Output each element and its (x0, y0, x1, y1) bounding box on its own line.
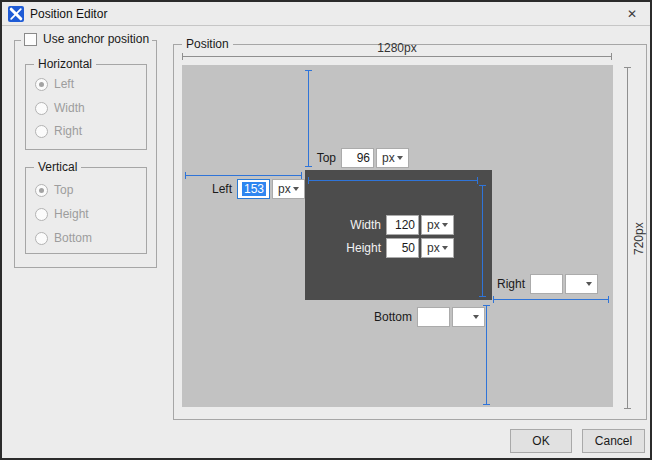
right-input[interactable] (530, 274, 563, 294)
left-measure-line (185, 175, 302, 176)
radio-top-circle[interactable] (35, 184, 48, 197)
width-input[interactable]: 120 (386, 215, 419, 235)
left-unit-text: px (278, 182, 291, 196)
height-unit-text: px (427, 241, 440, 255)
radio-width-circle[interactable] (35, 102, 48, 115)
top-input[interactable]: 96 (341, 148, 374, 168)
right-measure-line (493, 299, 609, 300)
canvas-height-measure-line (627, 67, 628, 409)
left-input-selected-text: 153 (242, 182, 266, 196)
left-unit-select[interactable]: px (272, 179, 305, 199)
vertical-group-label: Vertical (34, 160, 81, 174)
right-unit-select[interactable] (565, 274, 598, 294)
position-editor-dialog: Position Editor ✕ Use anchor position Ho… (0, 0, 652, 460)
right-field-label: Right (463, 277, 525, 291)
bottom-unit-select[interactable] (452, 307, 485, 327)
top-field-label: Top (274, 151, 336, 165)
radio-height-circle[interactable] (35, 208, 48, 221)
chevron-down-icon (586, 282, 592, 286)
radio-bottom[interactable]: Bottom (35, 231, 92, 245)
top-unit-select[interactable]: px (376, 148, 409, 168)
titlebar: Position Editor ✕ (2, 2, 650, 26)
top-unit-text: px (382, 151, 395, 165)
horizontal-group-label: Horizontal (34, 57, 96, 71)
use-anchor-label: Use anchor position (43, 32, 149, 46)
bottom-input[interactable] (417, 307, 450, 327)
height-input[interactable]: 50 (386, 238, 419, 258)
use-anchor-checkbox[interactable] (24, 33, 37, 46)
top-field: Top 96 px (274, 148, 409, 168)
use-anchor-caption: Use anchor position (21, 32, 152, 46)
chevron-down-icon (442, 223, 448, 227)
radio-right[interactable]: Right (35, 124, 82, 138)
canvas-width-measure-line (182, 56, 612, 57)
radio-width[interactable]: Width (35, 101, 85, 115)
close-button[interactable]: ✕ (618, 2, 646, 25)
right-field: Right (463, 274, 598, 294)
bottom-field: Bottom (350, 307, 485, 327)
height-field: Height 50 px (319, 238, 454, 258)
width-field: Width 120 px (319, 215, 454, 235)
bottom-field-label: Bottom (350, 310, 412, 324)
window-title: Position Editor (30, 7, 107, 21)
left-field: Left 153 px (170, 179, 305, 199)
chevron-down-icon (442, 246, 448, 250)
bottom-measure-line (486, 305, 487, 405)
width-unit-select[interactable]: px (421, 215, 454, 235)
width-measure-line (308, 180, 478, 181)
radio-right-circle[interactable] (35, 125, 48, 138)
chevron-down-icon (293, 187, 299, 191)
height-unit-select[interactable]: px (421, 238, 454, 258)
radio-left-circle[interactable] (35, 78, 48, 91)
width-unit-text: px (427, 218, 440, 232)
chevron-down-icon (397, 156, 403, 160)
radio-height[interactable]: Height (35, 207, 89, 221)
height-field-label: Height (319, 241, 381, 255)
left-input[interactable]: 153 (237, 179, 270, 199)
radio-bottom-circle[interactable] (35, 232, 48, 245)
width-field-label: Width (319, 218, 381, 232)
chevron-down-icon (473, 315, 479, 319)
radio-left[interactable]: Left (35, 77, 74, 91)
canvas-width-label: 1280px (182, 41, 612, 55)
ok-button[interactable]: OK (510, 429, 572, 453)
radio-top[interactable]: Top (35, 183, 73, 197)
app-icon (8, 6, 24, 22)
cancel-button[interactable]: Cancel (582, 429, 645, 453)
canvas-height-label: 720px (632, 221, 646, 255)
left-field-label: Left (170, 182, 232, 196)
